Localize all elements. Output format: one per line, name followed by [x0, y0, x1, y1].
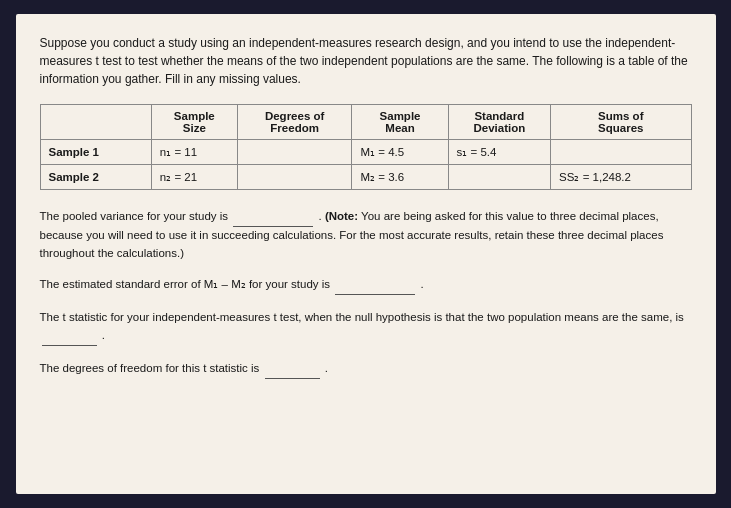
sample1-df: [237, 140, 352, 165]
pooled-variance-blank: [233, 208, 313, 227]
header-std-deviation: StandardDeviation: [448, 105, 551, 140]
header-sample-size: SampleSize: [151, 105, 237, 140]
sample2-ss: SS₂ = 1,248.2: [551, 165, 691, 190]
page-container: Suppose you conduct a study using an ind…: [16, 14, 716, 494]
note-label: (Note:: [325, 210, 358, 222]
header-df-line1: Degrees ofFreedom: [265, 110, 324, 134]
sample1-label: Sample 1: [41, 140, 152, 165]
header-degrees-freedom: Degrees ofFreedom: [237, 105, 352, 140]
data-table-container: SampleSize Degrees ofFreedom SampleMean …: [40, 104, 692, 190]
standard-error-text: The estimated standard error of M₁ – M₂ …: [40, 278, 331, 290]
sample1-sd: s₁ = 5.4: [448, 140, 551, 165]
table-row: Sample 1 n₁ = 11 M₁ = 4.5 s₁ = 5.4: [41, 140, 691, 165]
sample1-size: n₁ = 11: [151, 140, 237, 165]
sample1-mean: M₁ = 4.5: [352, 140, 448, 165]
sample1-ss: [551, 140, 691, 165]
df-text: The degrees of freedom for this t statis…: [40, 362, 260, 374]
intro-paragraph: Suppose you conduct a study using an ind…: [40, 34, 692, 88]
sample2-size: n₂ = 21: [151, 165, 237, 190]
df-blank: [265, 360, 320, 379]
t-statistic-section: The t statistic for your independent-mea…: [40, 309, 692, 346]
sample2-sd: [448, 165, 551, 190]
sample2-df: [237, 165, 352, 190]
header-sums-squares: Sums ofSquares: [551, 105, 691, 140]
standard-error-section: The estimated standard error of M₁ – M₂ …: [40, 276, 692, 295]
data-table: SampleSize Degrees ofFreedom SampleMean …: [41, 105, 691, 189]
header-mean-line1: SampleMean: [380, 110, 421, 134]
sample2-mean: M₂ = 3.6: [352, 165, 448, 190]
standard-error-blank: [335, 276, 415, 295]
degrees-freedom-section: The degrees of freedom for this t statis…: [40, 360, 692, 379]
sample2-label: Sample 2: [41, 165, 152, 190]
header-sample-mean: SampleMean: [352, 105, 448, 140]
df-period: .: [325, 362, 328, 374]
t-stat-before: The t statistic for your independent-mea…: [40, 311, 684, 323]
table-row: Sample 2 n₂ = 21 M₂ = 3.6 SS₂ = 1,248.2: [41, 165, 691, 190]
t-stat-period: .: [102, 329, 105, 341]
header-sample-size-line1: SampleSize: [174, 110, 215, 134]
header-ss-line1: Sums ofSquares: [598, 110, 643, 134]
t-stat-blank: [42, 327, 97, 346]
standard-error-period: .: [421, 278, 424, 290]
header-label-col: [41, 105, 152, 140]
pooled-variance-before: The pooled variance for your study is: [40, 210, 229, 222]
pooled-variance-section: The pooled variance for your study is . …: [40, 208, 692, 262]
header-sd-line1: StandardDeviation: [473, 110, 525, 134]
